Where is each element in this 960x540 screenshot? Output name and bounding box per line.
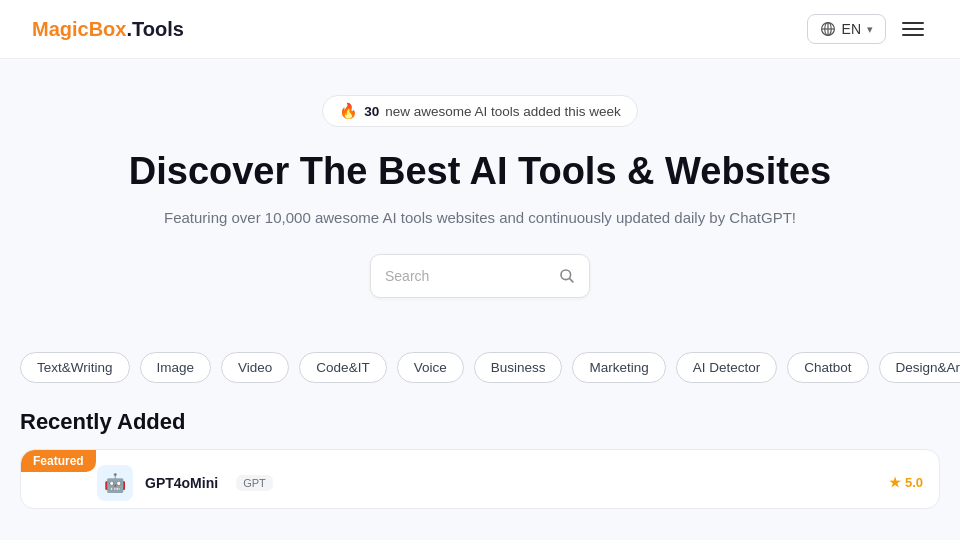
fire-emoji: 🔥 — [339, 102, 358, 120]
language-button[interactable]: EN ▾ — [807, 14, 886, 44]
logo[interactable]: MagicBox.Tools — [32, 18, 184, 41]
header: MagicBox.Tools EN ▾ — [0, 0, 960, 59]
section-title: Recently Added — [20, 409, 940, 435]
tool-logo: 🤖 — [97, 465, 133, 501]
search-icon — [559, 268, 575, 284]
categories-bar: Text&WritingImageVideoCode&ITVoiceBusine… — [0, 332, 960, 399]
hamburger-menu-button[interactable] — [898, 18, 928, 40]
recently-added-section: Recently Added Featured 🤖 GPT4oMini GPT … — [0, 399, 960, 523]
category-pill[interactable]: Business — [474, 352, 563, 383]
globe-icon — [820, 21, 836, 37]
category-pill[interactable]: AI Detector — [676, 352, 778, 383]
lang-label: EN — [842, 21, 861, 37]
rating-value: 5.0 — [905, 475, 923, 490]
search-button[interactable] — [559, 268, 575, 284]
search-input[interactable] — [385, 268, 551, 284]
logo-magic: MagicBox — [32, 18, 126, 40]
category-pill[interactable]: Code&IT — [299, 352, 386, 383]
category-pill[interactable]: Voice — [397, 352, 464, 383]
star-icon: ★ — [889, 475, 901, 490]
search-box — [370, 254, 590, 298]
announcement-badge: 🔥 30 new awesome AI tools added this wee… — [322, 95, 638, 127]
card-content: 🤖 GPT4oMini GPT ★ 5.0 — [21, 457, 939, 501]
featured-badge: Featured — [21, 450, 96, 472]
menu-line-2 — [902, 28, 924, 30]
category-pill[interactable]: Chatbot — [787, 352, 868, 383]
tool-tag: GPT — [236, 475, 273, 491]
hero-title: Discover The Best AI Tools & Websites — [20, 149, 940, 195]
svg-line-5 — [569, 278, 573, 282]
category-pill[interactable]: Marketing — [572, 352, 665, 383]
tool-card[interactable]: Featured 🤖 GPT4oMini GPT ★ 5.0 — [20, 449, 940, 509]
category-pill[interactable]: Image — [140, 352, 212, 383]
menu-line-1 — [902, 22, 924, 24]
logo-tools: Tools — [132, 18, 184, 40]
category-pill[interactable]: Text&Writing — [20, 352, 130, 383]
category-pill[interactable]: Video — [221, 352, 289, 383]
menu-line-3 — [902, 34, 924, 36]
hero-section: 🔥 30 new awesome AI tools added this wee… — [0, 59, 960, 332]
search-wrap — [20, 254, 940, 298]
tool-name: GPT4oMini — [145, 475, 218, 491]
badge-text: new awesome AI tools added this week — [385, 104, 621, 119]
tools-count: 30 — [364, 104, 379, 119]
tool-rating: ★ 5.0 — [889, 475, 923, 490]
chevron-down-icon: ▾ — [867, 23, 873, 36]
header-right: EN ▾ — [807, 14, 928, 44]
svg-point-4 — [561, 270, 571, 280]
hero-subtitle: Featuring over 10,000 awesome AI tools w… — [20, 209, 940, 226]
category-pill[interactable]: Design&Art — [879, 352, 960, 383]
